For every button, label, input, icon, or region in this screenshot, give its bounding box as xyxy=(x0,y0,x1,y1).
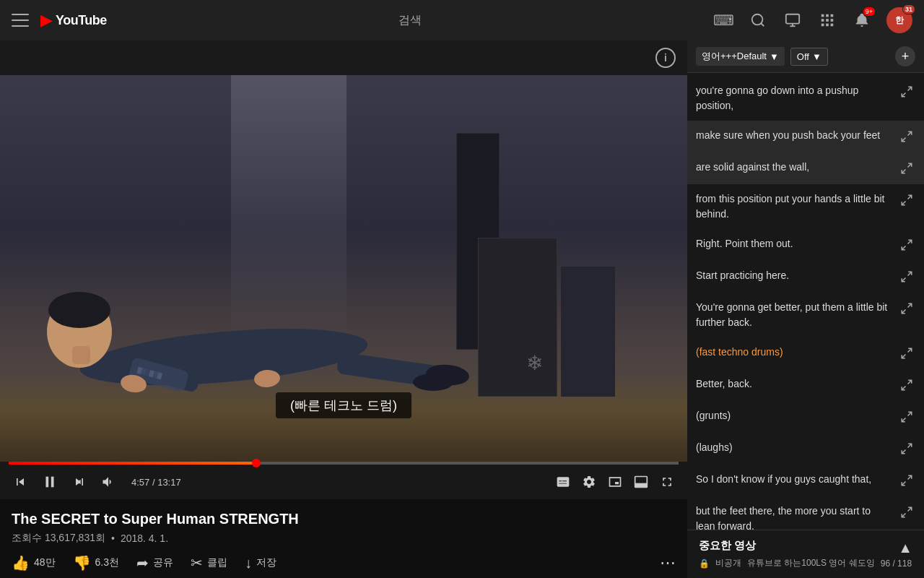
transcript-item[interactable]: So I don't know if you guys caught that, xyxy=(687,465,924,496)
progress-bar[interactable] xyxy=(9,462,679,465)
hamburger-menu[interactable] xyxy=(12,12,29,29)
transcript-item[interactable]: make sure when you push back your feet xyxy=(687,121,924,152)
add-caption-button[interactable]: + xyxy=(895,46,915,66)
save-button[interactable]: ↓ 저장 xyxy=(245,555,276,571)
dislike-button[interactable]: 👎 6.3천 xyxy=(73,554,119,571)
transcript-expand-button[interactable] xyxy=(898,83,915,100)
channel-label: 유튜브로 하는100LS 영어 쉐도잉 xyxy=(747,557,875,569)
equipment-silhouette-2 xyxy=(478,238,557,397)
transcript-text: from this position put your hands a litt… xyxy=(696,191,892,222)
transcript-expand-button[interactable] xyxy=(898,345,915,362)
transcript-expand-button[interactable] xyxy=(898,376,915,394)
miniplayer-button[interactable] xyxy=(603,472,627,492)
transcript-item[interactable]: Better, back. xyxy=(687,369,924,401)
transcript-text: (fast techno drums) xyxy=(696,345,892,360)
save-icon: ↓ xyxy=(245,555,252,571)
actions-row: 👍 48만 👎 6.3천 ➦ 공유 ✂ 클립 ↓ 저장 xyxy=(12,553,676,572)
transcript-expand-button[interactable] xyxy=(898,300,915,317)
clip-button[interactable]: ✂ 클립 xyxy=(191,554,227,571)
transcript-text: but the feet there, the more you start t… xyxy=(696,504,892,530)
transcript-expand-button[interactable] xyxy=(898,191,915,209)
transcript-expand-button[interactable] xyxy=(898,128,915,145)
play-pause-button[interactable] xyxy=(38,471,62,493)
info-bar: i xyxy=(0,40,687,75)
volume-button[interactable] xyxy=(97,472,120,492)
skip-next-button[interactable] xyxy=(68,472,91,492)
svg-rect-5 xyxy=(821,14,824,17)
transcript-item[interactable]: you're gonna go down into a pushup posit… xyxy=(687,76,924,121)
upload-date: 2018. 4. 1. xyxy=(121,532,168,544)
language-dropdown[interactable]: 영어+++Default ▼ xyxy=(696,47,785,66)
important-title-text: 중요한 영상 xyxy=(699,539,756,553)
video-background: ▓▒░▓▒▓ ❄ (빠른 테크노 드럼) xyxy=(0,75,687,462)
settings-button[interactable] xyxy=(578,472,601,492)
video-meta: 조회수 13,617,831회 • 2018. 4. 1. xyxy=(12,532,676,545)
transcript-text: Better, back. xyxy=(696,376,892,392)
more-options-button[interactable]: ⋯ xyxy=(660,553,676,572)
transcript-item[interactable]: from this position put your hands a litt… xyxy=(687,184,924,229)
svg-rect-11 xyxy=(821,24,824,27)
transcript-item[interactable]: (fast techno drums) xyxy=(687,337,924,369)
clip-icon: ✂ xyxy=(191,554,203,571)
notification-badge: 9+ xyxy=(863,7,875,16)
transcript-item[interactable]: (grunts) xyxy=(687,401,924,433)
nav-right: ⌨ 9+ 한 31 xyxy=(713,7,912,33)
off-dropdown-arrow: ▼ xyxy=(812,51,821,62)
item-count: 96 / 118 xyxy=(881,558,912,569)
transcript-expand-button[interactable] xyxy=(898,472,915,489)
notifications-icon[interactable]: 9+ xyxy=(852,10,872,30)
search-icon[interactable] xyxy=(748,10,768,30)
svg-rect-6 xyxy=(826,14,829,17)
caption-controls: 영어+++Default ▼ Off ▼ + xyxy=(687,40,924,73)
svg-rect-12 xyxy=(826,24,829,27)
avatar-badge: 31 xyxy=(902,4,915,14)
theater-mode-button[interactable] xyxy=(629,472,653,492)
svg-rect-13 xyxy=(831,24,834,27)
top-navigation: ▶ YouTube 검색 ⌨ 9+ 한 31 xyxy=(0,0,924,40)
pushup-person: ▓▒░▓▒▓ xyxy=(22,245,484,404)
transcript-expand-button[interactable] xyxy=(898,408,915,426)
info-icon[interactable]: i xyxy=(655,48,676,68)
fullscreen-button[interactable] xyxy=(655,472,679,492)
transcript-text: Right. Point them out. xyxy=(696,236,892,251)
off-dropdown[interactable]: Off ▼ xyxy=(790,48,828,66)
transcript-item[interactable]: You're gonna get better, put them a litt… xyxy=(687,293,924,337)
keyboard-icon[interactable]: ⌨ xyxy=(713,10,733,30)
user-avatar[interactable]: 한 31 xyxy=(886,7,912,33)
transcript-expand-button[interactable] xyxy=(898,236,915,254)
svg-rect-27 xyxy=(46,477,49,488)
like-button[interactable]: 👍 48만 xyxy=(12,554,56,571)
youtube-logo-icon: ▶ xyxy=(40,11,53,30)
search-text[interactable]: 검색 xyxy=(398,13,422,28)
youtube-logo-text: YouTube xyxy=(56,13,107,28)
transcript-item[interactable]: but the feet there, the more you start t… xyxy=(687,496,924,530)
skip-to-start-button[interactable] xyxy=(9,472,32,492)
transcript-expand-button[interactable] xyxy=(898,160,915,177)
language-label: 영어+++Default xyxy=(702,50,767,63)
transcript-item[interactable]: Right. Point them out. xyxy=(687,229,924,261)
youtube-logo[interactable]: ▶ YouTube xyxy=(40,11,107,30)
below-video: The SECRET to Super Human STRENGTH 조회수 1… xyxy=(0,499,687,578)
transcript-text: you're gonna go down into a pushup posit… xyxy=(696,83,892,113)
time-display: 4:57 / 13:17 xyxy=(131,477,181,488)
important-meta: 🔒 비공개 유튜브로 하는100LS 영어 쉐도잉 96 / 118 xyxy=(699,557,912,569)
lock-icon: 🔒 xyxy=(699,558,710,569)
player-controls: 4:57 / 13:17 xyxy=(0,462,687,499)
apps-icon[interactable] xyxy=(817,10,837,30)
share-button[interactable]: ➦ 공유 xyxy=(136,554,173,571)
svg-rect-9 xyxy=(826,19,829,22)
collapse-button[interactable]: ▲ xyxy=(898,540,912,556)
transcript-text: make sure when you push back your feet xyxy=(696,128,892,143)
transcript-item[interactable]: are solid against the wall, xyxy=(687,152,924,184)
transcript-item[interactable]: (laughs) xyxy=(687,433,924,465)
cast-icon[interactable] xyxy=(783,10,803,30)
transcript-expand-button[interactable] xyxy=(898,268,915,285)
transcript-item[interactable]: Start practicing here. xyxy=(687,261,924,293)
transcript-text: So I don't know if you guys caught that, xyxy=(696,472,892,487)
subtitles-button[interactable] xyxy=(552,472,575,492)
transcript-expand-button[interactable] xyxy=(898,440,915,457)
transcript-expand-button[interactable] xyxy=(898,504,915,521)
avatar-text: 한 xyxy=(895,14,904,27)
main-content: i xyxy=(0,0,924,578)
transcript-text: (laughs) xyxy=(696,440,892,455)
